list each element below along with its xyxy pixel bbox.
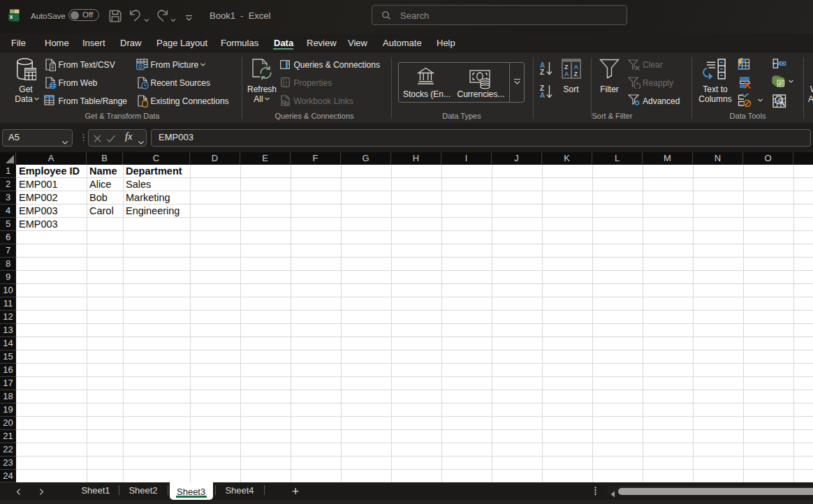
svg-text:Z: Z: [564, 64, 569, 71]
svg-text:Z: Z: [540, 68, 544, 76]
svg-text:Z: Z: [540, 84, 544, 92]
svg-text:J: J: [778, 81, 781, 86]
svg-text:A: A: [540, 61, 545, 69]
svg-text:A: A: [540, 91, 545, 99]
svg-text:Z: Z: [574, 71, 578, 77]
svg-text:A: A: [564, 71, 569, 77]
svg-text:A: A: [574, 64, 579, 71]
svg-text:x: x: [10, 13, 13, 20]
